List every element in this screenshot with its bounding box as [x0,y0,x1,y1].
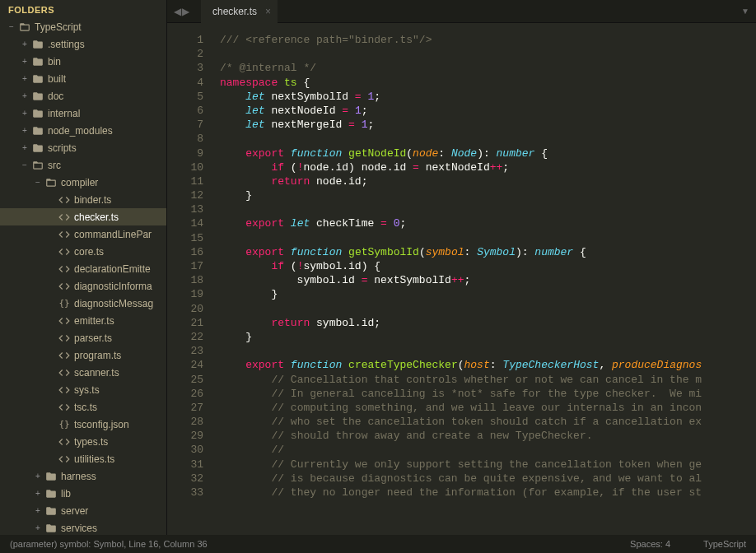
code-line[interactable]: export let checkTime = 0; [220,216,756,230]
folder-item[interactable]: +scripts [0,139,166,156]
code-line[interactable] [220,344,756,358]
file-item[interactable]: types.ts [0,433,166,450]
tab-overflow-icon[interactable]: ▼ [741,7,749,16]
code-area[interactable]: /// <reference path="binder.ts"/> /* @in… [215,23,756,535]
tab-nav-back-icon[interactable]: ◀ [174,6,181,17]
code-line[interactable]: // [220,443,756,457]
code-line[interactable]: export function getSymbolId(symbol: Symb… [220,245,756,259]
folder-item[interactable]: +server [0,502,166,519]
code-line[interactable] [220,302,756,316]
code-line[interactable]: // should throw away and create a new Ty… [220,429,756,443]
close-icon[interactable]: × [265,6,271,17]
folder-item[interactable]: +.settings [0,35,166,53]
folder-item[interactable]: −compiler [0,174,166,191]
tree-item-label: bin [48,56,61,67]
code-line[interactable] [220,132,756,146]
file-item[interactable]: declarationEmitte [0,260,166,277]
disclosure-icon[interactable]: + [33,506,43,515]
code-line[interactable]: // In general cancelling is *not* safe f… [220,387,756,401]
file-item[interactable]: core.ts [0,243,166,260]
disclosure-icon[interactable]: + [20,40,30,49]
file-item[interactable]: {}diagnosticMessag [0,295,166,312]
folder-item[interactable]: −src [0,156,166,174]
code-line[interactable]: // Cancellation that controls whether or… [220,373,756,387]
code-line[interactable] [220,202,756,216]
disclosure-icon[interactable]: + [33,472,43,481]
status-hint[interactable]: (parameter) symbol: Symbol, Line 16, Col… [10,539,208,549]
folder-icon [31,108,44,119]
code-line[interactable]: /* @internal */ [220,61,756,75]
folder-tree[interactable]: −TypeScript+.settings+bin+built+doc+inte… [0,18,166,535]
code-line[interactable]: // they no longer need the information (… [220,486,756,500]
code-line[interactable]: } [220,330,756,344]
folder-item[interactable]: +doc [0,87,166,105]
code-line[interactable]: /// <reference path="binder.ts"/> [220,33,756,47]
file-item[interactable]: parser.ts [0,329,166,346]
file-item[interactable]: checker.ts [0,208,166,225]
code-line[interactable]: // computing something, and we will leav… [220,401,756,415]
code-line[interactable]: return symbol.id; [220,316,756,330]
editor[interactable]: 1234567891011121314151617181920212223242… [167,23,756,535]
code-line[interactable]: export function createTypeChecker(host: … [220,358,756,372]
code-line[interactable]: symbol.id = nextSymbolId++; [220,273,756,287]
code-line[interactable]: if (!node.id) node.id = nextNodeId++; [220,160,756,174]
code-file-icon [58,229,71,240]
code-line[interactable]: return node.id; [220,174,756,188]
file-item[interactable]: sys.ts [0,381,166,398]
code-line[interactable]: export function getNodeId(node: Node): n… [220,146,756,160]
disclosure-icon[interactable]: + [20,74,30,83]
line-number: 21 [167,316,203,330]
disclosure-icon[interactable]: − [7,22,16,31]
folder-item[interactable]: +node_modules [0,122,166,139]
folder-open-icon [18,21,31,33]
file-item[interactable]: emitter.ts [0,312,166,329]
disclosure-icon[interactable]: + [33,489,43,498]
file-item[interactable]: program.ts [0,346,166,364]
tree-item-label: parser.ts [74,332,112,344]
status-bar: (parameter) symbol: Symbol, Line 16, Col… [0,535,756,553]
disclosure-icon[interactable]: + [20,57,30,66]
tab-label: checker.ts [212,6,257,17]
status-indent[interactable]: Spaces: 4 [630,539,670,549]
json-file-icon: {} [58,419,71,430]
file-item[interactable]: diagnosticInforma [0,277,166,295]
code-line[interactable]: // Currently we only support setting the… [220,458,756,472]
folder-item[interactable]: +lib [0,485,166,502]
file-item[interactable]: tsc.ts [0,398,166,416]
file-item[interactable]: scanner.ts [0,364,166,381]
code-line[interactable]: if (!symbol.id) { [220,259,756,273]
code-line[interactable]: namespace ts { [220,76,756,90]
disclosure-icon[interactable]: + [33,523,43,532]
folder-item[interactable]: +services [0,519,166,535]
folder-item[interactable]: +bin [0,53,166,70]
disclosure-icon[interactable]: + [20,143,30,152]
code-line[interactable]: } [220,188,756,202]
code-line[interactable] [220,231,756,245]
code-line[interactable]: let nextNodeId = 1; [220,104,756,118]
disclosure-icon[interactable]: − [20,160,30,170]
file-item[interactable]: {}tsconfig.json [0,416,166,433]
code-line[interactable]: } [220,287,756,301]
file-item[interactable]: commandLinePar [0,225,166,243]
tab-checker[interactable]: checker.ts × [201,0,278,23]
file-item[interactable]: utilities.ts [0,450,166,467]
code-line[interactable]: let nextMergeId = 1; [220,118,756,132]
code-line[interactable]: // is because diagnostics can be quite e… [220,472,756,486]
code-line[interactable] [220,47,756,61]
disclosure-icon[interactable]: + [20,109,30,118]
tab-nav-forward-icon[interactable]: ▶ [182,6,189,17]
folder-item[interactable]: +built [0,70,166,87]
folder-item[interactable]: +harness [0,467,166,485]
line-number: 23 [167,344,203,358]
disclosure-icon[interactable]: + [20,91,30,100]
status-language[interactable]: TypeScript [703,539,746,549]
code-line[interactable]: // who set the cancellation token should… [220,415,756,429]
folder-item[interactable]: −TypeScript [0,18,166,35]
code-line[interactable]: let nextSymbolId = 1; [220,90,756,104]
tree-item-label: doc [48,91,63,102]
disclosure-icon[interactable]: + [20,126,30,135]
line-number: 31 [167,458,203,472]
file-item[interactable]: binder.ts [0,191,166,208]
folder-item[interactable]: +internal [0,105,166,122]
disclosure-icon[interactable]: − [33,178,43,187]
